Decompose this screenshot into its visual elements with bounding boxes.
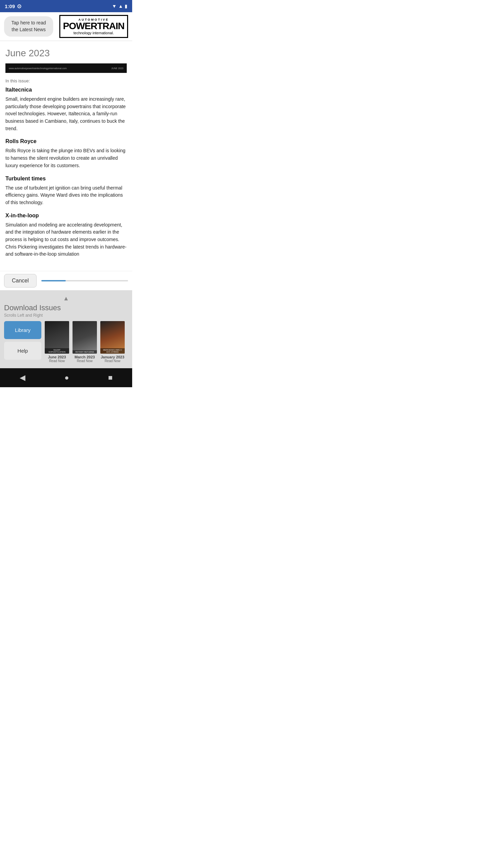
article-2: Rolls Royce Rolls Royce is taking the pl… — [5, 138, 127, 169]
news-tap-button[interactable]: Tap here to read the Latest News — [4, 16, 53, 36]
article-1-title: Italtecnica — [5, 87, 127, 93]
main-content: June 2023 www.automotivepowertraintechno… — [0, 41, 132, 271]
sidebar-buttons: Library Help — [4, 321, 41, 360]
issues-scroll[interactable]: SILENT SOPHISTICATION June 2023 Read Now… — [45, 321, 125, 363]
article-2-title: Rolls Royce — [5, 138, 127, 144]
article-3: Turbulent times The use of turbulent jet… — [5, 176, 127, 206]
home-button[interactable]: ● — [64, 373, 69, 382]
recording-icon: ⊙ — [17, 3, 21, 9]
cover-label-march: ROTARY RETURNS — [73, 350, 97, 354]
issue-cover-jan: MERCEDES-AMG C 63'S HYBRID — [100, 321, 125, 354]
cover-art-march — [73, 321, 97, 354]
cancel-row: Cancel — [0, 271, 132, 290]
issue-card-jan[interactable]: MERCEDES-AMG C 63'S HYBRID January 2023 … — [100, 321, 125, 363]
library-button[interactable]: Library — [4, 321, 41, 339]
cover-date: JUNE 2023 — [111, 67, 123, 70]
article-1: Italtecnica Small, independent engine bu… — [5, 87, 127, 132]
issue-action-march[interactable]: Read Now — [77, 359, 93, 363]
logo-tagline: technology international. — [63, 31, 124, 35]
issue-title: June 2023 — [5, 48, 127, 59]
article-4-title: X-in-the-loop — [5, 213, 127, 219]
scroll-hint: Scrolls Left and Right — [4, 313, 128, 318]
chevron-up-icon: ▲ — [4, 295, 128, 302]
help-button[interactable]: Help — [4, 342, 41, 360]
header-bar: Tap here to read the Latest News AUTOMOT… — [0, 12, 132, 41]
download-body: Library Help SILENT SOPHISTICATION June … — [4, 321, 128, 363]
cover-image: www.automotivepowertraintechnologyintern… — [5, 63, 127, 73]
back-button[interactable]: ◀ — [20, 373, 25, 382]
wifi-icon: ▼ — [112, 3, 117, 9]
logo-powertrain: POWERTRAIN — [63, 21, 124, 31]
battery-icon: ▮ — [125, 3, 127, 9]
issue-name-june: June 2023 — [48, 355, 66, 359]
issue-action-jan[interactable]: Read Now — [105, 359, 121, 363]
download-title: Download Issues — [4, 303, 128, 312]
cover-label-jan: MERCEDES-AMG C 63'S HYBRID — [100, 348, 125, 354]
signal-icon: ▲ — [118, 3, 123, 9]
issue-card-march[interactable]: ROTARY RETURNS March 2023 Read Now — [73, 321, 97, 363]
status-bar: 1:09 ⊙ ▼ ▲ ▮ — [0, 0, 132, 12]
in-this-issue-label: In this issue: — [5, 78, 127, 83]
nav-bar: ◀ ● ■ — [0, 368, 132, 387]
status-time: 1:09 — [5, 3, 15, 9]
progress-bar-track — [41, 280, 128, 281]
download-panel: ▲ Download Issues Scrolls Left and Right… — [0, 290, 132, 368]
recent-button[interactable]: ■ — [108, 373, 113, 382]
article-3-summary: The use of turbulent jet ignition can br… — [5, 184, 127, 206]
article-1-summary: Small, independent engine builders are i… — [5, 96, 127, 132]
progress-bar-fill — [41, 280, 66, 281]
cover-label-june: SILENT SOPHISTICATION — [45, 348, 69, 354]
article-3-title: Turbulent times — [5, 176, 127, 182]
article-4-summary: Simulation and modeling are accelerating… — [5, 221, 127, 258]
issue-cover-june: SILENT SOPHISTICATION — [45, 321, 69, 354]
issue-action-june[interactable]: Read Now — [49, 359, 65, 363]
cancel-button[interactable]: Cancel — [4, 274, 37, 288]
article-2-summary: Rolls Royce is taking the plunge into BE… — [5, 147, 127, 169]
issue-cover-march: ROTARY RETURNS — [73, 321, 97, 354]
brand-logo: AUTOMOTIVE POWERTRAIN technology interna… — [59, 15, 128, 38]
cover-url: www.automotivepowertraintechnologyintern… — [9, 67, 67, 70]
article-4: X-in-the-loop Simulation and modeling ar… — [5, 213, 127, 258]
issue-card-june[interactable]: SILENT SOPHISTICATION June 2023 Read Now — [45, 321, 69, 363]
issue-name-march: March 2023 — [75, 355, 95, 359]
issue-name-jan: January 2023 — [101, 355, 124, 359]
